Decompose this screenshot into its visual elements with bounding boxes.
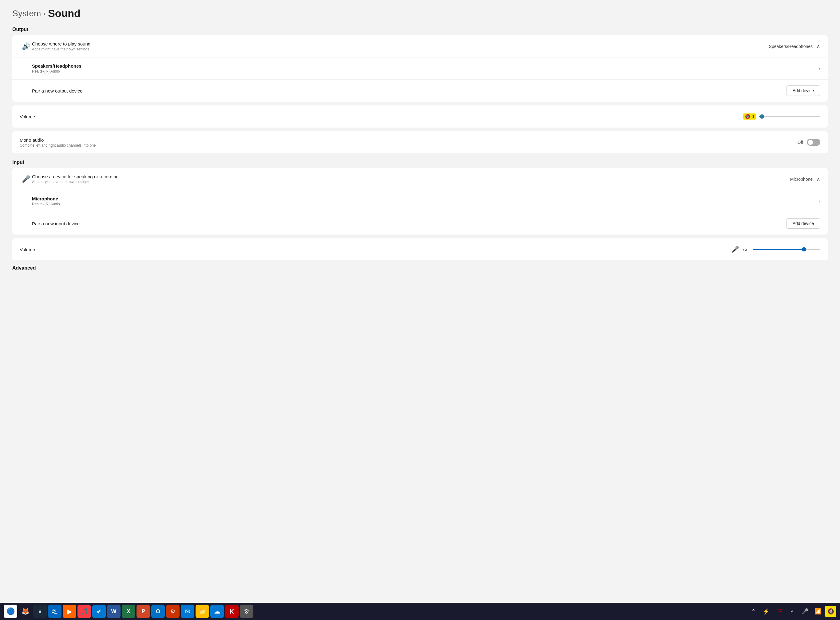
input-slider-fill <box>753 249 804 250</box>
pair-input-label: Pair a new input device <box>32 221 786 226</box>
mono-toggle-state: Off <box>798 140 803 145</box>
speakers-chevron-right-icon: › <box>819 65 820 72</box>
taskbar-todo[interactable]: ✔ <box>92 605 106 618</box>
advanced-section-label: Advanced <box>12 265 828 271</box>
mute-icon: 🔇 <box>745 114 750 119</box>
output-choose-device-row[interactable]: 🔊 Choose where to play sound Apps might … <box>12 35 828 57</box>
input-slider-thumb[interactable] <box>802 247 806 251</box>
pair-output-row: Pair a new output device Add device <box>12 80 828 102</box>
taskbar-firefox[interactable]: 🦊 <box>18 605 32 618</box>
microphone-chevron-right-icon: › <box>819 198 820 205</box>
mono-audio-title: Mono audio <box>20 137 798 143</box>
taskbar: 🔵 🦊 ♦ 🛍 ▶ 🎵 ✔ W X P O ⚙ ✉ 📁 ☁ K ⚙ <box>0 603 840 620</box>
taskbar-language-icon[interactable]: A <box>786 606 798 617</box>
taskbar-wifi-icon[interactable]: 📶 <box>812 606 823 617</box>
taskbar-excel[interactable]: X <box>122 605 135 618</box>
taskbar-word[interactable]: W <box>107 605 120 618</box>
microphone-name: Microphone <box>32 196 819 201</box>
mono-audio-row: Mono audio Combine left and right audio … <box>12 131 828 153</box>
main-content: System › Sound Output 🔊 Choose where to … <box>0 0 840 603</box>
input-section-label: Input <box>12 160 828 165</box>
taskbar-mail[interactable]: ✉ <box>181 605 194 618</box>
taskbar-powerpoint[interactable]: P <box>137 605 150 618</box>
input-volume-row: Volume 🎤 76 <box>12 238 828 260</box>
output-chevron-up-icon: ∧ <box>816 43 820 50</box>
input-device-card: 🎤 Choose a device for speaking or record… <box>12 168 828 235</box>
output-volume-label: Volume <box>20 114 743 119</box>
taskbar-volume-muted-icon[interactable]: 🔇 <box>825 606 836 617</box>
pair-input-row: Pair a new input device Add device <box>12 212 828 235</box>
mono-toggle-thumb <box>808 140 813 145</box>
input-mic-vol-icon: 🎤 <box>732 245 739 253</box>
input-choose-title: Choose a device for speaking or recordin… <box>32 174 790 179</box>
microphone-driver: Realtek(R) Audio <box>32 202 819 206</box>
taskbar-sourcesafe[interactable]: ⚙ <box>166 605 179 618</box>
taskbar-settings[interactable]: ⚙ <box>240 605 253 618</box>
speakers-name: Speakers/Headphones <box>32 63 819 69</box>
taskbar-mic-sys-icon[interactable]: 🎤 <box>799 606 810 617</box>
mono-toggle[interactable] <box>807 139 820 146</box>
pair-output-label: Pair a new output device <box>32 88 786 93</box>
input-volume-value: 76 <box>742 247 750 252</box>
breadcrumb: System › Sound <box>12 8 828 20</box>
breadcrumb-chevron: › <box>44 10 45 17</box>
input-selected-label: Microphone <box>790 177 813 182</box>
speaker-icon: 🔊 <box>20 42 32 50</box>
taskbar-chrome[interactable]: 🔵 <box>4 605 17 618</box>
output-volume-slider[interactable] <box>759 116 820 117</box>
breadcrumb-system[interactable]: System <box>12 9 41 18</box>
mono-audio-subtitle: Combine left and right audio channels in… <box>20 143 798 147</box>
input-volume-slider[interactable] <box>753 249 820 250</box>
output-volume-controls: 🔇 0 <box>743 113 820 120</box>
taskbar-bluetooth-icon[interactable]: ⚡ <box>761 606 772 617</box>
speakers-headphones-row[interactable]: Speakers/Headphones Realtek(R) Audio › <box>12 57 828 80</box>
mute-button[interactable]: 🔇 0 <box>743 113 756 120</box>
taskbar-onedrive[interactable]: ☁ <box>210 605 224 618</box>
taskbar-media-player[interactable]: ▶ <box>63 605 76 618</box>
taskbar-overflow-icon[interactable]: ⌃ <box>748 606 759 617</box>
input-mic-icon: 🎤 <box>20 175 32 183</box>
output-choose-subtitle: Apps might have their own settings <box>32 47 769 51</box>
output-device-card: 🔊 Choose where to play sound Apps might … <box>12 35 828 102</box>
taskbar-store[interactable]: 🛍 <box>48 605 62 618</box>
output-volume-value: 0 <box>751 114 754 119</box>
output-selected-label: Speakers/Headphones <box>769 44 813 49</box>
taskbar-steam[interactable]: ♦ <box>33 605 47 618</box>
add-output-device-button[interactable]: Add device <box>786 86 820 96</box>
output-slider-thumb[interactable] <box>760 114 764 119</box>
add-input-device-button[interactable]: Add device <box>786 218 820 229</box>
input-volume-label: Volume <box>20 247 732 252</box>
taskbar-explorer[interactable]: 📁 <box>196 605 209 618</box>
taskbar-right: ⌃ ⚡ 🛡 A 🎤 📶 🔇 <box>748 606 836 617</box>
mono-audio-card: Mono audio Combine left and right audio … <box>12 131 828 153</box>
taskbar-itunes[interactable]: 🎵 <box>77 605 91 618</box>
input-volume-card: Volume 🎤 76 <box>12 238 828 260</box>
output-volume-row: Volume 🔇 0 <box>12 105 828 128</box>
speakers-driver: Realtek(R) Audio <box>32 69 819 74</box>
input-chevron-up-icon: ∧ <box>816 176 820 183</box>
taskbar-outlook[interactable]: O <box>151 605 165 618</box>
input-volume-controls: 🎤 76 <box>732 245 820 253</box>
taskbar-kingsoft[interactable]: K <box>225 605 239 618</box>
input-choose-subtitle: Apps might have their own settings <box>32 180 790 184</box>
taskbar-antivirus-icon[interactable]: 🛡 <box>774 606 785 617</box>
output-section-label: Output <box>12 27 828 32</box>
output-choose-title: Choose where to play sound <box>32 41 769 47</box>
output-volume-card: Volume 🔇 0 <box>12 105 828 128</box>
breadcrumb-current: Sound <box>48 8 81 20</box>
microphone-row[interactable]: Microphone Realtek(R) Audio › <box>12 190 828 212</box>
input-choose-device-row[interactable]: 🎤 Choose a device for speaking or record… <box>12 168 828 190</box>
